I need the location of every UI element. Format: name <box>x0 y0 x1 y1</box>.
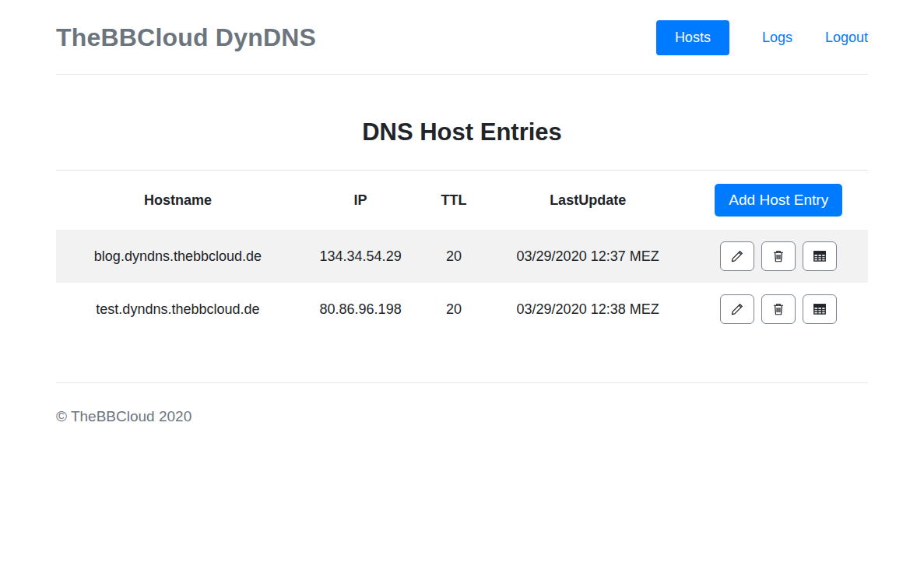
table-row: blog.dyndns.thebbcloud.de 134.34.54.29 2… <box>56 230 868 283</box>
actions-cell <box>690 283 868 336</box>
column-header-hostname: Hostname <box>56 171 300 231</box>
actions-cell <box>690 230 868 283</box>
delete-host-button[interactable] <box>761 294 796 324</box>
ttl-cell: 20 <box>421 283 486 336</box>
lastupdate-cell: 03/29/2020 12:38 MEZ <box>487 283 690 336</box>
edit-host-button[interactable] <box>720 241 754 271</box>
host-log-button[interactable] <box>803 241 837 271</box>
trash-icon <box>771 302 785 316</box>
brand-title: TheBBCloud DynDNS <box>56 23 316 52</box>
trash-icon <box>771 249 785 263</box>
hostname-cell: blog.dyndns.thebbcloud.de <box>56 230 300 283</box>
main-nav: Hosts Logs Logout <box>656 20 868 55</box>
column-header-lastupdate: LastUpdate <box>487 171 690 231</box>
ip-cell: 134.34.54.29 <box>300 230 421 283</box>
ip-cell: 80.86.96.198 <box>300 283 421 336</box>
host-log-button[interactable] <box>803 294 837 324</box>
copyright-text: © TheBBCloud 2020 <box>56 383 868 456</box>
page-title: DNS Host Entries <box>56 118 868 146</box>
delete-host-button[interactable] <box>761 241 796 271</box>
table-icon <box>813 249 827 263</box>
ttl-cell: 20 <box>421 230 486 283</box>
table-header-row: Hostname IP TTL LastUpdate Add Host Entr… <box>56 171 868 231</box>
column-header-ttl: TTL <box>421 171 486 231</box>
table-row: test.dyndns.thebbcloud.de 80.86.96.198 2… <box>56 283 868 336</box>
lastupdate-cell: 03/29/2020 12:37 MEZ <box>487 230 690 283</box>
site-header: TheBBCloud DynDNS Hosts Logs Logout <box>56 0 868 75</box>
add-host-entry-button[interactable]: Add Host Entry <box>715 184 842 217</box>
site-footer: © TheBBCloud 2020 <box>56 383 868 456</box>
pencil-icon <box>730 302 744 316</box>
main-content: DNS Host Entries Hostname IP TTL LastUpd… <box>56 118 868 336</box>
table-body: blog.dyndns.thebbcloud.de 134.34.54.29 2… <box>56 230 868 336</box>
nav-logs-link[interactable]: Logs <box>762 30 792 46</box>
nav-logout-link[interactable]: Logout <box>825 30 868 46</box>
pencil-icon <box>730 249 744 263</box>
column-header-actions: Add Host Entry <box>690 171 868 231</box>
table-icon <box>813 302 827 316</box>
table-header: Hostname IP TTL LastUpdate Add Host Entr… <box>56 171 868 231</box>
nav-hosts-button[interactable]: Hosts <box>656 20 729 55</box>
edit-host-button[interactable] <box>720 294 754 324</box>
hostname-cell: test.dyndns.thebbcloud.de <box>56 283 300 336</box>
column-header-ip: IP <box>300 171 421 231</box>
page-container: TheBBCloud DynDNS Hosts Logs Logout DNS … <box>56 0 868 456</box>
dns-host-table: Hostname IP TTL LastUpdate Add Host Entr… <box>56 170 868 336</box>
